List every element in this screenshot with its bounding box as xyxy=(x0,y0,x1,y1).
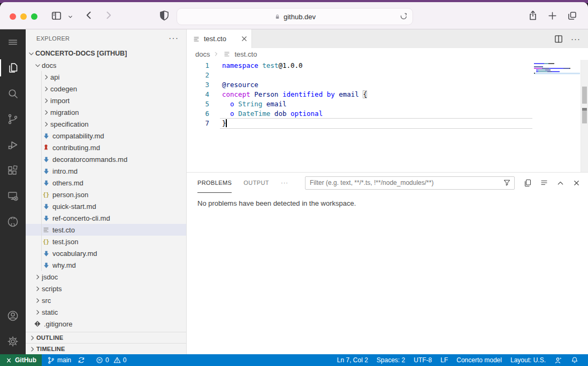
activity-source-control[interactable] xyxy=(0,106,26,132)
status-ln-7-col-2[interactable]: Ln 7, Col 2 xyxy=(333,354,372,366)
tab-output[interactable]: OUTPUT xyxy=(243,173,269,193)
panel-more-tabs[interactable]: ··· xyxy=(281,173,288,193)
minimap[interactable] xyxy=(534,63,580,74)
minimize-window-button[interactable] xyxy=(20,13,27,20)
tree-item-api[interactable]: api xyxy=(26,71,186,83)
activity-explorer[interactable] xyxy=(0,55,26,81)
copy-icon[interactable] xyxy=(523,178,532,187)
tree-item-concerto-docs-github-[interactable]: CONCERTO-DOCS [GITHUB] xyxy=(26,48,186,59)
browser-window: github.dev EXPLORER ··· CONCERTO-DOCS [G… xyxy=(0,2,588,366)
problems-counts[interactable]: 0 0 xyxy=(93,354,129,366)
tab-test-cto[interactable]: test.cto xyxy=(187,29,252,48)
chevron-right-icon xyxy=(42,120,50,128)
privacy-shield-icon[interactable] xyxy=(159,10,170,21)
account-icon xyxy=(6,309,19,322)
editor-more-actions[interactable]: ··· xyxy=(571,34,581,43)
code-editor[interactable]: 1namespace test@1.0.023@resource4concept… xyxy=(187,60,588,172)
bell-icon xyxy=(571,356,578,364)
timeline-section[interactable]: TIMELINE xyxy=(26,343,186,354)
activity-account[interactable] xyxy=(0,303,26,329)
tree-item-contributing-md[interactable]: contributing.md xyxy=(26,142,186,153)
problems-filter xyxy=(305,176,515,190)
tab-overview-icon[interactable] xyxy=(567,11,577,21)
tree-item-specification[interactable]: specification xyxy=(26,118,186,130)
activity-extensions[interactable] xyxy=(0,158,26,183)
markdown-icon xyxy=(42,167,50,175)
tree-item-migration[interactable]: migration xyxy=(26,106,186,118)
activity-run-and-debug[interactable] xyxy=(0,132,26,158)
close-panel-icon[interactable] xyxy=(572,179,581,187)
notifications-button[interactable] xyxy=(567,354,583,366)
status-layout-u-s-[interactable]: Layout: U.S. xyxy=(506,354,550,366)
line-number: 7 xyxy=(187,119,222,128)
forward-icon[interactable] xyxy=(104,11,113,20)
zoom-window-button[interactable] xyxy=(31,13,37,20)
tree-item-import[interactable]: import xyxy=(26,95,186,106)
json-icon: {} xyxy=(42,237,50,246)
tree-item-test-cto[interactable]: test.cto xyxy=(26,224,186,236)
share-icon[interactable] xyxy=(528,10,538,21)
explorer-more-actions[interactable]: ··· xyxy=(169,34,179,43)
tab-problems[interactable]: PROBLEMS xyxy=(197,173,232,193)
activity-menu[interactable] xyxy=(0,29,26,55)
reload-icon[interactable] xyxy=(399,12,408,21)
tree-item-decoratorcommands-md[interactable]: decoratorcommands.md xyxy=(26,153,186,165)
tree-item-compatability-md[interactable]: compatability.md xyxy=(26,130,186,142)
tree-item-why-md[interactable]: why.md xyxy=(26,259,186,271)
maximize-panel-icon[interactable] xyxy=(556,179,564,187)
status-utf-8[interactable]: UTF-8 xyxy=(409,354,436,366)
tree-item-src[interactable]: src xyxy=(26,294,186,306)
line-number: 6 xyxy=(187,109,222,119)
outline-section[interactable]: OUTLINE xyxy=(26,332,186,343)
tree-item-static[interactable]: static xyxy=(26,306,186,318)
new-tab-icon[interactable] xyxy=(548,11,557,20)
chevron-down-icon[interactable] xyxy=(67,14,73,20)
tree-item--gitignore[interactable]: .gitignore xyxy=(26,318,186,330)
feedback-button[interactable] xyxy=(550,354,567,366)
address-bar[interactable]: github.dev xyxy=(177,8,413,25)
problems-filter-input[interactable] xyxy=(305,176,515,190)
tree-item-test-json[interactable]: {}test.json xyxy=(26,236,186,247)
back-icon[interactable] xyxy=(85,11,94,20)
tree-item-quick-start-md[interactable]: quick-start.md xyxy=(26,200,186,212)
status-spaces-2[interactable]: Spaces: 2 xyxy=(372,354,409,366)
tree-item-person-json[interactable]: {}person.json xyxy=(26,189,186,200)
filter-icon[interactable] xyxy=(503,178,511,186)
problems-message: No problems have been detected in the wo… xyxy=(197,199,356,207)
tree-item-docs[interactable]: docs xyxy=(26,59,186,71)
tree-item-vocabulary-md[interactable]: vocabulary.md xyxy=(26,247,186,259)
sidebar-toggle-icon[interactable] xyxy=(51,11,62,21)
line-number: 3 xyxy=(187,80,222,90)
close-window-button[interactable] xyxy=(10,13,16,20)
chevron-right-icon xyxy=(33,308,42,316)
code-line-7: 7} xyxy=(187,119,532,128)
chevron-right-icon xyxy=(28,334,36,341)
markdown-icon xyxy=(42,202,50,211)
tree-item-ref-concerto-cli-md[interactable]: ref-concerto-cli.md xyxy=(26,212,186,224)
tree-item-jsdoc[interactable]: jsdoc xyxy=(26,271,186,283)
chevron-right-icon xyxy=(42,96,50,105)
split-editor-icon[interactable] xyxy=(554,34,563,44)
sync-button[interactable] xyxy=(74,354,88,366)
activity-remote-explorer[interactable] xyxy=(0,183,26,209)
view-as-table-icon[interactable] xyxy=(540,178,548,187)
tree-item-codegen[interactable]: codegen xyxy=(26,83,186,95)
chevron-right-icon xyxy=(33,296,42,305)
activity-search[interactable] xyxy=(0,81,26,106)
breadcrumb-folder[interactable]: docs xyxy=(195,50,210,58)
remote-indicator[interactable]: GitHub xyxy=(0,354,42,366)
activity-settings[interactable] xyxy=(0,329,26,354)
editor-scrollbar[interactable] xyxy=(581,60,588,172)
branch-indicator[interactable]: main xyxy=(44,354,74,366)
markdown-icon xyxy=(42,261,50,269)
status-lf[interactable]: LF xyxy=(436,354,452,366)
tree-item-intro-md[interactable]: intro.md xyxy=(26,165,186,177)
breadcrumb-file[interactable]: test.cto xyxy=(234,50,257,58)
activity-github[interactable] xyxy=(0,209,26,235)
status-concerto-model[interactable]: Concerto model xyxy=(452,354,506,366)
close-tab-icon[interactable] xyxy=(240,35,248,43)
tree-item-scripts[interactable]: scripts xyxy=(26,283,186,294)
explorer-icon xyxy=(6,61,19,74)
tree-item-others-md[interactable]: others.md xyxy=(26,177,186,189)
browser-toolbar: github.dev xyxy=(0,2,588,29)
